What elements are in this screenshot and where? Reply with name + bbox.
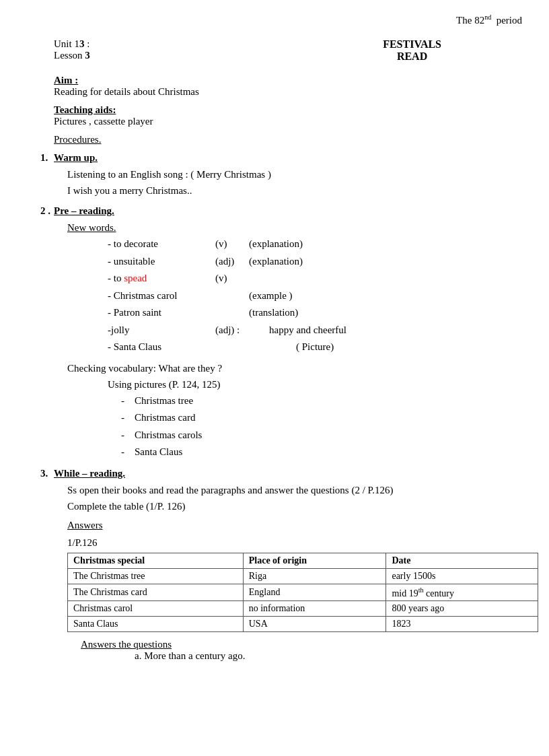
vocab-table: - to decorate (v) (explanation) - unsuit… [67, 236, 522, 356]
while-reading-label: While – reading. [54, 468, 125, 479]
table-cell: England [243, 584, 386, 601]
title1: FESTIVALS [383, 38, 441, 50]
vocab-row: - unsuitable (adj) (explanation) [108, 253, 522, 271]
table-cell: 800 years ago [386, 601, 538, 617]
p126-label: 1/P.126 [40, 537, 522, 549]
pre-reading-number: 2 . [40, 205, 54, 217]
aim-text: Reading for details about Christmas [54, 86, 522, 98]
pre-reading-header: 2 . Pre – reading. [40, 205, 522, 217]
teaching-aids-label: Teaching aids: [54, 104, 522, 116]
unit-lesson-block: Unit 13 : Lesson 3 FESTIVALS READ [27, 38, 522, 63]
warm-up-section: 1. Warm up. Listening to an English song… [27, 152, 522, 199]
while-reading-content: Ss open their books and read the paragra… [40, 482, 522, 533]
page-header: The 82nd period [27, 13, 522, 26]
period-label: The 82 [456, 15, 484, 26]
teaching-aids-text: Pictures , cassette player [54, 116, 522, 127]
answers-label: Answers [67, 517, 522, 533]
new-words-label: New words. [67, 219, 522, 236]
using-pictures: Using pictures (P. 124, 125) [67, 376, 522, 392]
answer-a: a. More than a century ago. [81, 650, 522, 662]
while-line2: Complete the table (1/P. 126) [67, 498, 522, 514]
vocab-row: - to decorate (v) (explanation) [108, 236, 522, 253]
warm-up-header: 1. Warm up. [40, 152, 522, 164]
table-cell: early 1500s [386, 568, 538, 584]
unit-lesson-left: Unit 13 : Lesson 3 [54, 38, 90, 63]
dash-item: - Christmas card [121, 409, 522, 427]
while-reading-section: 3. While – reading. Ss open their books … [27, 468, 522, 662]
table-cell: mid 19th century [386, 584, 538, 601]
table-cell: 1823 [386, 617, 538, 632]
title-block: FESTIVALS READ [383, 38, 441, 63]
dash-item-text: Santa Claus [135, 444, 182, 461]
vocab-row: - Patron saint (translation) [108, 304, 522, 322]
table-row: Santa Claus USA 1823 [68, 617, 538, 632]
dash-item: - Christmas tree [121, 392, 522, 410]
warm-up-content: Listening to an English song : ( Merry C… [40, 166, 522, 199]
vocab-row: - Santa Claus ( Picture) [108, 339, 522, 356]
procedures-label: Procedures. [54, 134, 101, 145]
new-words-section: New words. - to decorate (v) (explanatio… [40, 219, 522, 461]
pre-reading-section: 2 . Pre – reading. New words. - to decor… [27, 205, 522, 461]
table-cell: Christmas carol [68, 601, 244, 617]
while-line1: Ss open their books and read the paragra… [67, 482, 522, 498]
table-cell: USA [243, 617, 386, 632]
table-header-christmas-special: Christmas special [68, 553, 244, 568]
warm-up-line2: I wish you a merry Christmas.. [67, 182, 522, 199]
pre-reading-label: Pre – reading. [54, 205, 114, 217]
table-row: The Christmas tree Riga early 1500s [68, 568, 538, 584]
vocab-row: - Christmas carol (example ) [108, 287, 522, 305]
lesson-number: 3 [85, 50, 90, 61]
answers-questions-label: Answers the questions [81, 639, 522, 650]
vocab-row: - to spead (v) [108, 270, 522, 287]
table-cell: The Christmas card [68, 584, 244, 601]
teaching-aids-section: Teaching aids: Pictures , cassette playe… [27, 104, 522, 127]
table-cell: Riga [243, 568, 386, 584]
dash-item-text: Christmas carols [135, 427, 202, 444]
table-cell: Santa Claus [68, 617, 244, 632]
period-sup: nd [484, 13, 491, 21]
warm-up-line1: Listening to an English song : ( Merry C… [67, 166, 522, 182]
aim-label: Aim : [54, 75, 522, 86]
vocab-row: -jolly (adj) : happy and cheerful [108, 322, 522, 339]
table-row: Christmas carol no information 800 years… [68, 601, 538, 617]
aim-section: Aim : Reading for details about Christma… [27, 75, 522, 98]
table-cell: The Christmas tree [68, 568, 244, 584]
dash-list: - Christmas tree - Christmas card - Chri… [67, 392, 522, 461]
table-cell: no information [243, 601, 386, 617]
table-row: The Christmas card England mid 19th cent… [68, 584, 538, 601]
lesson-line: Lesson 3 [54, 50, 90, 61]
table-header-date: Date [386, 553, 538, 568]
table-header-row: Christmas special Place of origin Date [68, 553, 538, 568]
dash-item: - Santa Claus [121, 444, 522, 461]
unit-number: 3 [79, 38, 85, 49]
christmas-table: Christmas special Place of origin Date T… [67, 553, 538, 633]
title2: READ [383, 50, 441, 63]
while-reading-header: 3. While – reading. [40, 468, 522, 479]
warm-up-label: Warm up. [54, 152, 98, 164]
dash-item-text: Christmas tree [135, 392, 193, 410]
dash-item-text: Christmas card [135, 409, 195, 427]
unit-line: Unit 13 : [54, 38, 90, 50]
answers-questions-section: Answers the questions a. More than a cen… [40, 639, 522, 662]
period-text: period [497, 15, 522, 26]
procedures-section: Procedures. [27, 134, 522, 145]
dash-item: - Christmas carols [121, 427, 522, 444]
while-reading-number: 3. [40, 468, 54, 479]
warm-up-number: 1. [40, 152, 54, 164]
table-header-place-of-origin: Place of origin [243, 553, 386, 568]
checking-label: Checking vocabulary: What are they ? [67, 360, 522, 376]
